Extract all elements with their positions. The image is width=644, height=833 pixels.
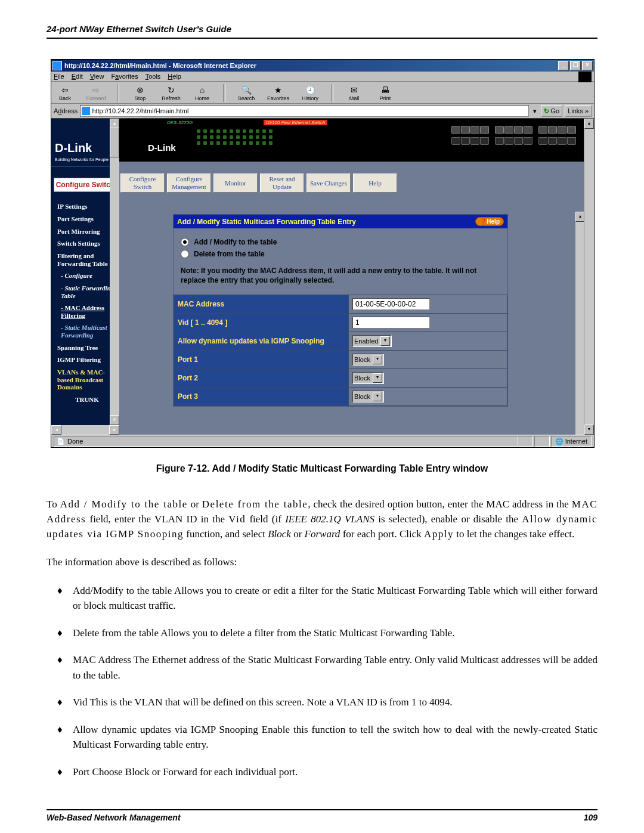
status-bar: 📄 Done 🌐Internet (51, 435, 594, 447)
sidebar-hscrollbar[interactable]: ◂ ▸ (51, 425, 119, 435)
browser-window: http://10.24.22.2/html/Hmain.html - Micr… (51, 59, 595, 448)
bullet-port: Port Choose Block or Forward for each in… (47, 764, 597, 780)
sidebar-item-igmp-filtering[interactable]: IGMP Filtering (56, 355, 117, 367)
sidebar-item-port-mirroring[interactable]: Port Mirroring (56, 227, 117, 239)
bullet-list: Add/Modify to the table Allows you to cr… (47, 583, 597, 780)
vid-input[interactable]: 1 (352, 317, 430, 329)
address-input[interactable]: http://10.24.22.2/html/Hmain.html (80, 105, 528, 117)
bullet-igmp: Allow dynamic updates via IGMP Snooping … (47, 722, 597, 753)
scroll-up-icon[interactable]: ▴ (584, 119, 594, 129)
close-button[interactable]: × (582, 61, 593, 70)
home-button[interactable]: ⌂Home (192, 85, 212, 101)
mail-button[interactable]: ✉Mail (344, 85, 364, 101)
maximize-button[interactable]: ❐ (570, 61, 581, 70)
port2-select[interactable]: Block▾ (352, 372, 384, 384)
form-title: Add / Modify Static Multicast Forwarding… (177, 218, 356, 226)
globe-icon: 🌐 (555, 438, 564, 445)
igmp-label: Allow dynamic updates via IGMP Snooping (174, 332, 349, 351)
port3-select[interactable]: Block▾ (352, 391, 384, 402)
paragraph-2: The information above is described as fo… (47, 555, 597, 569)
device-brand: D-Link (148, 143, 176, 153)
sidebar-item-ip-settings[interactable]: IP Settings (56, 202, 117, 214)
ie-flag-icon (578, 72, 592, 82)
forward-button[interactable]: ⇨Forward (86, 85, 106, 101)
led-panel (197, 129, 273, 145)
status-text: Done (67, 438, 83, 445)
chevron-down-icon: ▾ (373, 373, 382, 383)
done-icon: 📄 (57, 438, 65, 445)
tab-reset-update[interactable]: Reset and Update (260, 174, 304, 193)
sidebar-item-mac-filtering[interactable]: - MAC Address Filtering (56, 303, 117, 323)
radio-add-modify[interactable]: Add / Modify to the table (181, 238, 500, 246)
tab-configure-switch[interactable]: Configure Switch (120, 174, 165, 193)
menu-favorites[interactable]: Favorites (111, 73, 138, 80)
scroll-down-icon[interactable]: ▾ (110, 415, 119, 425)
sidebar-item-filtering-forwarding[interactable]: Filtering and Forwarding Table (56, 251, 117, 271)
help-badge[interactable]: ❓Help (475, 217, 504, 226)
menu-file[interactable]: File (54, 73, 64, 80)
mail-icon: ✉ (348, 85, 360, 95)
radio-on-icon (181, 238, 189, 246)
search-button[interactable]: 🔍Search (236, 85, 256, 101)
main-scrollbar[interactable]: ▴ ▾ (584, 119, 594, 435)
scroll-thumb[interactable] (110, 128, 119, 157)
radio-delete[interactable]: Delete from the table (181, 250, 500, 258)
sidebar-item-spanning-tree[interactable]: Spanning Tree (56, 343, 117, 355)
sidebar-item-trunk[interactable]: TRUNK (56, 395, 117, 407)
port1-select[interactable]: Block▾ (352, 354, 384, 366)
scroll-up-icon[interactable]: ▴ (575, 212, 584, 222)
sidebar-item-vlans[interactable]: VLANs & MAC-based Broadcast Domains (56, 367, 117, 395)
history-button[interactable]: 🕘History (300, 85, 320, 101)
forward-icon: ⇨ (90, 85, 102, 95)
back-icon: ⇦ (59, 85, 71, 95)
go-icon: ↻ (544, 107, 549, 115)
mac-input[interactable]: 01-00-5E-00-00-02 (352, 298, 430, 310)
menu-edit[interactable]: Edit (72, 73, 83, 80)
ie-icon (52, 61, 62, 70)
page-header: 24-port NWay Ethernet Switch User's Guid… (47, 24, 597, 34)
go-button[interactable]: ↻Go (541, 105, 563, 117)
print-button[interactable]: 🖶Print (375, 85, 395, 101)
footer-left: Web-Based Network Management (47, 813, 181, 822)
tab-help[interactable]: Help (353, 174, 397, 193)
scroll-down-icon[interactable]: ▾ (584, 425, 594, 435)
tab-configure-management[interactable]: Configure Management (167, 174, 211, 193)
sidebar-item-configure[interactable]: - Configure (56, 271, 117, 283)
device-panel: DES-3225G D-Link 10/100 Fast Ethernet Sw… (119, 119, 584, 162)
device-model: DES-3225G (167, 120, 193, 125)
minimize-button[interactable]: _ (558, 61, 569, 70)
menu-view[interactable]: View (90, 73, 104, 80)
address-bar: Address http://10.24.22.2/html/Hmain.htm… (51, 104, 594, 119)
menu-tools[interactable]: Tools (145, 73, 161, 80)
window-title: http://10.24.22.2/html/Hmain.html - Micr… (64, 62, 558, 69)
favorites-icon: ★ (273, 85, 284, 95)
tab-monitor[interactable]: Monitor (213, 174, 258, 193)
radio-off-icon (181, 250, 189, 258)
back-button[interactable]: ⇦Back (55, 85, 75, 101)
sidebar-main-box[interactable]: Configure Switch (54, 178, 117, 192)
vid-label: Vid [ 1 .. 4094 ] (174, 314, 349, 332)
screenshot-figure: http://10.24.22.2/html/Hmain.html - Micr… (51, 59, 593, 448)
stop-button[interactable]: ⊗Stop (130, 85, 150, 101)
sidebar: D-Link Building Networks for People Conf… (51, 119, 119, 435)
form-title-bar: Add / Modify Static Multicast Forwarding… (174, 215, 507, 228)
menu-help[interactable]: Help (168, 73, 181, 80)
content-scrollbar[interactable]: ▴ (575, 212, 584, 435)
sidebar-item-static-multicast[interactable]: - Static Multicast Forwarding (56, 323, 117, 342)
sidebar-item-static-fwd-table[interactable]: - Static Forwarding Table (56, 283, 117, 303)
sidebar-item-switch-settings[interactable]: Switch Settings (56, 239, 117, 251)
home-icon: ⌂ (196, 85, 208, 95)
chevron-down-icon: ▾ (373, 355, 382, 364)
mac-label: MAC Address (174, 295, 349, 314)
links-button[interactable]: Links » (565, 105, 592, 117)
scroll-right-icon[interactable]: ▸ (109, 425, 119, 435)
tab-save-changes[interactable]: Save Changes (306, 174, 351, 193)
favorites-button[interactable]: ★Favorites (267, 85, 289, 101)
page-content: D-Link Building Networks for People Conf… (51, 119, 594, 435)
sidebar-item-port-settings[interactable]: Port Settings (56, 214, 117, 227)
address-url: http://10.24.22.2/html/Hmain.html (92, 107, 188, 114)
sidebar-scrollbar[interactable]: ▴ ▾ (110, 119, 119, 425)
scroll-left-icon[interactable]: ◂ (51, 425, 61, 435)
igmp-select[interactable]: Enabled▾ (352, 335, 392, 347)
refresh-button[interactable]: ↻Refresh (161, 85, 181, 101)
